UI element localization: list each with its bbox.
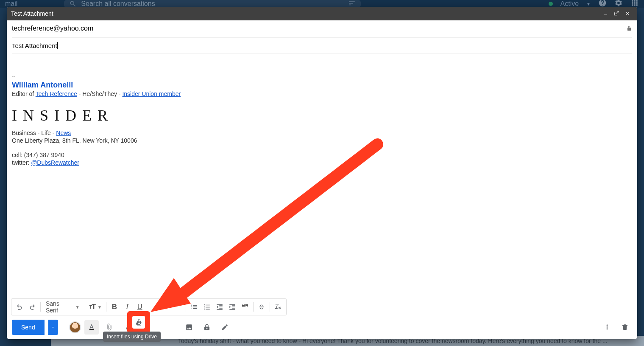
subject-field[interactable]: Test Attachment [12,38,632,54]
lock-icon [626,25,632,33]
compose-titlebar[interactable]: Test Attachment [7,7,637,20]
news-link[interactable]: News [56,129,71,136]
redo-button[interactable] [26,301,39,313]
signature-cell: cell: (347) 387 9940 [12,152,632,158]
compose-title: Test Attachment [11,10,600,17]
drive-tooltip: Insert files using Drive [103,332,161,342]
send-button[interactable]: Send [12,320,45,335]
insert-drive-button[interactable] [132,316,145,329]
numbered-list-button[interactable] [188,301,201,313]
indent-more-button[interactable] [226,301,239,313]
close-icon[interactable] [622,10,633,17]
to-field[interactable]: techreference@yahoo.com [12,20,632,38]
text-cursor [57,42,58,49]
compose-window: Test Attachment techreference@yahoo.com … [7,7,637,339]
font-family-picker[interactable]: Sans Serif▼ [42,301,83,313]
more-options-button[interactable] [600,320,614,335]
discard-draft-button[interactable] [618,320,632,335]
signature-business-line: Business - Life - News [12,129,632,136]
signature-role: Editor of Tech Reference - He/She/They -… [12,90,632,97]
bold-button[interactable]: B [108,301,121,313]
strikethrough-button[interactable] [255,301,268,313]
subject-text: Test Attachment [12,42,57,49]
twitter-link[interactable]: @DubsRewatcher [31,159,79,166]
text-color-button[interactable] [84,320,99,335]
drive-icon [134,318,143,326]
avatar[interactable] [69,321,81,333]
popout-icon[interactable] [611,10,622,17]
signature-twitter: twitter: @DubsRewatcher [12,159,632,166]
undo-button[interactable] [13,301,26,313]
font-size-picker[interactable]: TT▼ [87,301,104,313]
blockquote-button[interactable]: ❝❞ [239,301,251,313]
insert-signature-button[interactable] [217,320,232,335]
caret-down-icon: ▼ [75,305,80,309]
insider-logo: INSIDER [12,107,632,124]
compose-action-bar: Send [7,318,637,339]
status-caret-icon[interactable]: ▼ [586,2,591,6]
recipient-chip[interactable]: techreference@yahoo.com [12,25,93,33]
signature-name: William Antonelli [12,81,632,90]
svg-rect-0 [89,329,94,330]
message-body[interactable]: -- William Antonelli Editor of Tech Refe… [7,54,637,298]
insert-photo-button[interactable] [182,320,196,335]
confidential-mode-button[interactable] [200,320,214,335]
caret-down-icon: ▼ [98,305,102,309]
presence-dot-icon [549,2,553,6]
signature-address: One Liberty Plaza, 8th FL, New York, NY … [12,137,632,144]
indent-less-button[interactable] [213,301,226,313]
bulleted-list-button[interactable] [201,301,213,313]
tech-reference-link[interactable]: Tech Reference [36,90,77,97]
remove-formatting-button[interactable] [272,301,284,313]
minimize-icon[interactable] [600,10,611,17]
drive-highlight-annotation [127,311,150,333]
send-options-button[interactable] [48,320,58,335]
insider-union-link[interactable]: Insider Union member [122,90,181,97]
signature-separator: -- [12,73,632,79]
